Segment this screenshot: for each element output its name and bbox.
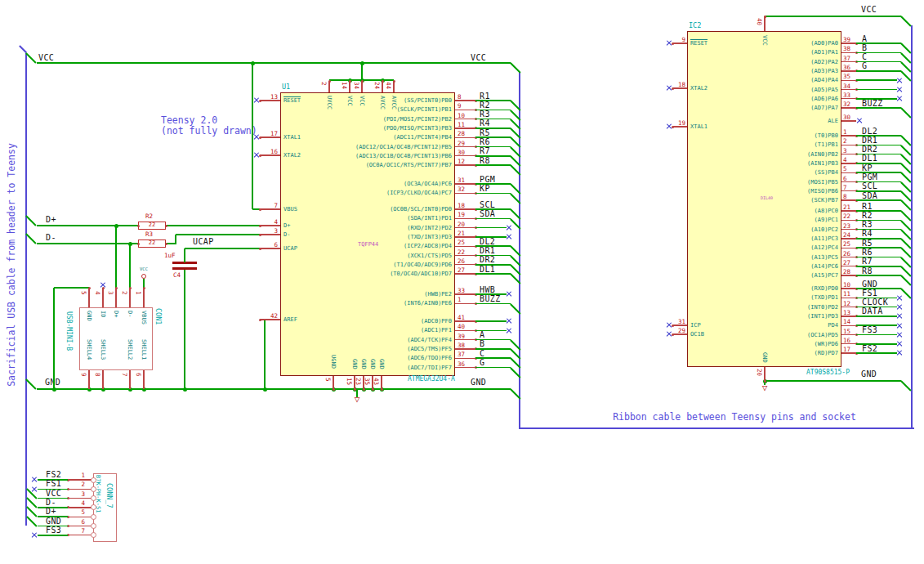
pin-number: 25 xyxy=(458,239,465,246)
net-label: KP xyxy=(480,184,490,193)
pin-number: 21 xyxy=(458,230,465,237)
net-label: R8 xyxy=(862,266,873,275)
pin-number: 39 xyxy=(458,333,465,340)
pin-number: 37 xyxy=(458,351,465,358)
pin-name: (T1)PB1 xyxy=(814,141,838,148)
pin-pad xyxy=(91,477,96,483)
wire xyxy=(900,172,911,183)
pin-name: (WR)PD6 xyxy=(814,341,838,347)
ribbon-cable-line xyxy=(520,427,914,429)
wire xyxy=(900,145,911,155)
net-label: FS1 xyxy=(862,289,877,298)
pin-name: ID xyxy=(100,311,105,317)
net-label: DR1 xyxy=(480,246,495,255)
pin-end-dot xyxy=(328,80,331,83)
pin-end-dot xyxy=(137,243,140,245)
pin-number: 29 xyxy=(678,327,685,334)
pin-end-dot xyxy=(259,208,261,211)
wire xyxy=(475,273,511,275)
pin-name: (OC3A/OC4A)PC6 xyxy=(404,181,452,187)
pin-number: 25 xyxy=(843,240,850,248)
net-label: DL1 xyxy=(862,154,877,163)
net-label: FS2 xyxy=(862,344,877,353)
pin xyxy=(68,535,93,535)
pin-name: D- xyxy=(283,231,290,238)
pin-number: 37 xyxy=(843,55,850,62)
pin-name: SHELL1 xyxy=(141,339,146,360)
pin-number: 39 xyxy=(843,36,850,43)
pin-name: XTAL1 xyxy=(690,123,708,130)
net-label: R2 xyxy=(480,101,490,110)
wire xyxy=(475,193,511,195)
pin-number: 20 xyxy=(458,221,465,228)
pin-end-dot xyxy=(382,80,384,83)
net-label: DL1 xyxy=(480,265,495,274)
pin-number: 4 xyxy=(274,218,278,226)
pin-name: (SS)PB4 xyxy=(814,169,838,176)
wire xyxy=(37,225,138,226)
pin-name: (A14)PC6 xyxy=(810,263,838,270)
pin-name: (AIN1)PB3 xyxy=(807,160,838,167)
net-label: B xyxy=(480,339,484,348)
pin xyxy=(333,376,333,389)
r2-value: 22 xyxy=(139,222,165,229)
pin xyxy=(349,81,350,92)
pin-end-dot xyxy=(354,388,356,391)
pin-name: D+ xyxy=(113,311,118,317)
pin-number: 13 xyxy=(270,93,278,101)
pin-name: VCC xyxy=(346,96,352,106)
pin-end-dot xyxy=(372,388,374,391)
pin-name: (A12)PC4 xyxy=(810,244,838,251)
wire xyxy=(37,243,138,244)
net-label: SCL xyxy=(862,181,877,190)
net-label: C xyxy=(480,349,484,358)
pin xyxy=(764,16,765,31)
ic2-reference: IC2 xyxy=(689,21,701,29)
pin-name: (ADC12/OC1A/OC4B/PCINT12)PB5 xyxy=(355,144,452,150)
pin-number: 26 xyxy=(843,250,850,257)
net-label: R2 xyxy=(862,211,873,220)
net-label: GND xyxy=(862,280,877,289)
con1-part-name: USB-MINI-B xyxy=(65,311,72,351)
pin-name: (HWB)PE2 xyxy=(424,291,452,298)
pin-number: 8 xyxy=(843,193,847,200)
pin-number: 13 xyxy=(843,309,850,316)
wire xyxy=(856,316,897,317)
wire xyxy=(856,70,901,72)
pin-end-dot xyxy=(259,234,261,236)
pin-name: GND xyxy=(351,359,357,369)
wire xyxy=(475,367,511,369)
pin-name: (SCLK/PCINT1)PB1 xyxy=(397,106,452,113)
pin-name: (MOSI)PB5 xyxy=(807,179,838,186)
pin-name: (ADC7/TDI)PF7 xyxy=(407,365,452,371)
pin-number: 35 xyxy=(364,378,370,385)
pin-name: VBUS xyxy=(141,311,146,325)
pin-number: 33 xyxy=(843,92,850,99)
pin-number: 43 xyxy=(373,378,379,385)
r3-value: 22 xyxy=(139,240,165,247)
pin-number: 38 xyxy=(843,45,850,52)
net-label: R8 xyxy=(480,156,490,165)
wire xyxy=(900,288,911,298)
net-label: DR2 xyxy=(480,255,495,264)
pin-number: 7 xyxy=(843,184,847,191)
junction-dot xyxy=(128,242,132,246)
pin-end-dot xyxy=(349,80,351,83)
pin-number: 18 xyxy=(678,81,685,88)
pin xyxy=(361,81,362,92)
pin-number: 26 xyxy=(458,257,465,265)
wire xyxy=(475,218,511,220)
pin-name: (AD1)PA1 xyxy=(810,49,838,56)
net-label: R5 xyxy=(480,128,490,137)
net-label: GND xyxy=(46,517,61,526)
pin xyxy=(88,288,89,307)
pin-number: 1 xyxy=(135,291,141,295)
pin-pad xyxy=(91,514,96,520)
pin-end-dot xyxy=(361,80,364,83)
wire xyxy=(900,16,911,26)
wire xyxy=(252,63,253,209)
teensy-note-line2: (not fully drawn) xyxy=(161,125,257,137)
pin-name: UVCC xyxy=(326,96,332,110)
net-label: R3 xyxy=(480,110,490,119)
pin-number: 23 xyxy=(843,222,850,230)
